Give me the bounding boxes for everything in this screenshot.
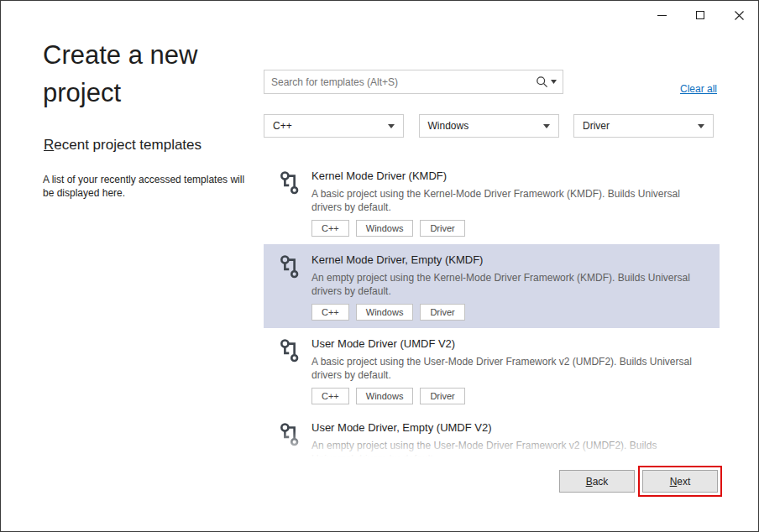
filter-row: C++ Windows Driver: [264, 114, 714, 138]
template-title: User Mode Driver (UMDF V2): [311, 335, 709, 350]
template-tags: C++WindowsDriver: [311, 304, 709, 321]
create-new-project-dialog: Create a new project Recent project temp…: [0, 0, 759, 532]
template-tag[interactable]: Driver: [420, 220, 464, 237]
language-filter-dropdown[interactable]: C++: [264, 114, 404, 138]
template-tags: C++WindowsDriver: [311, 388, 709, 404]
template-title: Kernel Mode Driver (KMDF): [311, 167, 709, 182]
template-search-box: [264, 70, 563, 94]
template-description: A basic project using the Kernel-Mode Dr…: [311, 187, 694, 214]
back-button[interactable]: Back: [559, 470, 635, 493]
search-options-chevron-icon[interactable]: [551, 80, 557, 84]
page-title: Create a new project: [43, 36, 265, 112]
template-tag[interactable]: C++: [311, 304, 349, 321]
chevron-down-icon: [543, 124, 550, 128]
template-item-body: Kernel Mode Driver (KMDF) A basic projec…: [311, 167, 709, 237]
minimize-button[interactable]: [642, 1, 681, 29]
search-input[interactable]: [264, 76, 536, 88]
template-list-item[interactable]: Kernel Mode Driver, Empty (KMDF) An empt…: [264, 244, 720, 328]
template-tags: C++WindowsDriver: [311, 220, 709, 237]
driver-template-icon: [277, 253, 302, 280]
search-icon[interactable]: [536, 76, 548, 88]
search-icon-group: [536, 76, 563, 88]
chevron-down-icon: [698, 124, 704, 128]
template-list: Kernel Mode Driver (KMDF) A basic projec…: [264, 160, 720, 461]
template-list-item[interactable]: Kernel Mode Driver (KMDF) A basic projec…: [264, 160, 720, 244]
template-tag[interactable]: Driver: [420, 304, 464, 321]
template-item-body: User Mode Driver, Empty (UMDF V2) An emp…: [311, 419, 709, 461]
chevron-down-icon: [388, 124, 395, 128]
footer-buttons: Back Next: [559, 470, 718, 493]
template-description: A basic project using the User-Mode Driv…: [311, 355, 694, 382]
next-button-label: Next: [670, 476, 691, 488]
template-tag[interactable]: C++: [311, 220, 349, 237]
template-item-body: User Mode Driver (UMDF V2) A basic proje…: [311, 335, 709, 404]
project-type-filter-dropdown[interactable]: Driver: [573, 114, 714, 138]
template-description: An empty project using the User-Mode Dri…: [311, 439, 694, 461]
filter-dropdown-value: Driver: [583, 120, 610, 132]
titlebar: [642, 1, 758, 29]
driver-template-icon: [277, 337, 302, 364]
template-description: An empty project using the Kernel-Mode D…: [311, 271, 694, 298]
recent-templates-heading: Recent project templates: [44, 137, 202, 154]
template-tag[interactable]: Windows: [356, 220, 414, 237]
filter-dropdown-value: C++: [273, 120, 292, 132]
template-tag[interactable]: Windows: [356, 388, 414, 404]
close-button[interactable]: [720, 1, 758, 29]
template-tag[interactable]: Windows: [356, 304, 414, 321]
platform-filter-dropdown[interactable]: Windows: [419, 114, 559, 138]
driver-template-icon: [277, 170, 302, 196]
clear-all-link[interactable]: Clear all: [680, 83, 717, 95]
template-tag[interactable]: C++: [311, 388, 349, 404]
template-title: Kernel Mode Driver, Empty (KMDF): [311, 251, 709, 266]
template-title: User Mode Driver, Empty (UMDF V2): [311, 419, 709, 434]
template-item-body: Kernel Mode Driver, Empty (KMDF) An empt…: [311, 251, 709, 321]
driver-template-icon: [277, 421, 302, 448]
template-tag[interactable]: Driver: [420, 388, 464, 404]
template-list-item[interactable]: User Mode Driver, Empty (UMDF V2) An emp…: [264, 412, 720, 461]
filter-dropdown-value: Windows: [428, 120, 469, 132]
recent-templates-description: A list of your recently accessed templat…: [43, 173, 254, 200]
next-button[interactable]: Next: [642, 470, 718, 493]
maximize-button[interactable]: [681, 1, 720, 29]
template-list-item[interactable]: User Mode Driver (UMDF V2) A basic proje…: [264, 328, 720, 412]
back-button-label: Back: [586, 476, 609, 488]
